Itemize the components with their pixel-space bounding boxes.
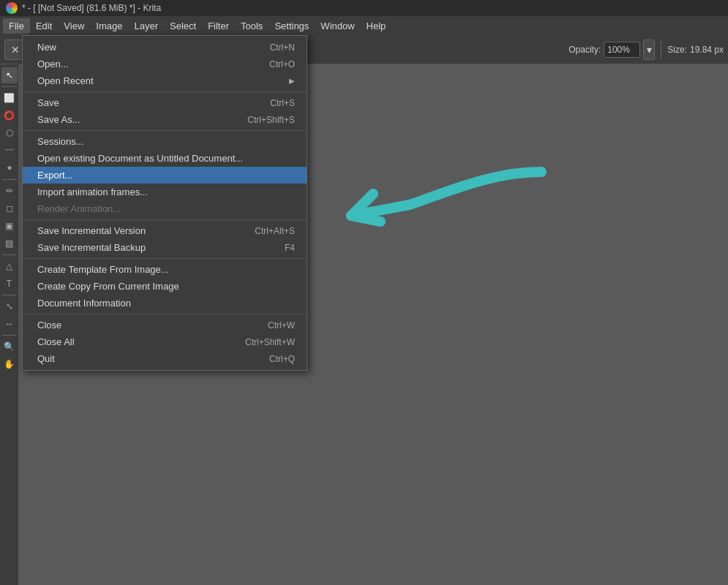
menu-item-open-shortcut: Ctrl+O — [269, 59, 295, 69]
opacity-input[interactable] — [604, 42, 640, 58]
menu-window[interactable]: Window — [315, 18, 360, 34]
menu-item-quit-shortcut: Ctrl+Q — [269, 354, 295, 364]
menu-item-create-template-label: Create Template From Image... — [37, 264, 169, 275]
app-icon — [6, 2, 18, 14]
menu-item-open[interactable]: Open... Ctrl+O — [23, 56, 307, 72]
tool-brush[interactable]: ✏ — [1, 183, 18, 199]
menu-select[interactable]: Select — [164, 18, 202, 34]
opacity-arrow[interactable]: ▾ — [643, 39, 655, 60]
menu-item-import-animation[interactable]: Import animation frames... — [23, 184, 307, 200]
menu-item-render-animation: Render Animation... — [23, 200, 307, 217]
menu-item-open-label: Open... — [37, 58, 69, 69]
file-dropdown-menu: New Ctrl+N Open... Ctrl+O Open Recent ▶ … — [22, 35, 307, 371]
menu-item-close-all-label: Close All — [37, 336, 75, 347]
menu-item-save-as[interactable]: Save As... Ctrl+Shift+S — [23, 111, 307, 128]
tool-polygon-select[interactable]: ⬡ — [1, 125, 18, 141]
menu-item-save-incremental-version-shortcut: Ctrl+Alt+S — [255, 226, 295, 236]
title-bar-text: * - [ [Not Saved] (81.6 MiB) *] - Krita — [22, 3, 161, 13]
menu-file[interactable]: File — [3, 18, 30, 34]
menu-item-save-as-label: Save As... — [37, 114, 80, 125]
menu-item-export[interactable]: Export... — [23, 167, 307, 184]
tool-ellipse-select[interactable]: ⭕ — [1, 107, 18, 124]
menu-image[interactable]: Image — [90, 18, 128, 34]
menu-item-close[interactable]: Close Ctrl+W — [23, 317, 307, 333]
tool-transform[interactable]: ⤡ — [1, 298, 18, 314]
menu-item-sessions[interactable]: Sessions... — [23, 133, 307, 150]
menu-item-document-info-label: Document Information — [37, 298, 131, 309]
menu-item-open-untitled[interactable]: Open existing Document as Untitled Docum… — [23, 150, 307, 167]
sep-3 — [23, 219, 307, 220]
opacity-label: Opacity: — [568, 45, 601, 55]
tool-measure[interactable]: ↔ — [1, 316, 18, 332]
menu-item-save-label: Save — [37, 97, 59, 108]
menu-settings[interactable]: Settings — [269, 18, 315, 34]
menu-item-save-incremental-backup-shortcut: F4 — [285, 243, 295, 253]
tool-sep-3 — [2, 254, 17, 255]
tool-sep-1 — [2, 86, 17, 87]
menu-item-save[interactable]: Save Ctrl+S — [23, 94, 307, 111]
menu-item-new[interactable]: New Ctrl+N — [23, 39, 307, 56]
tool-sep-2 — [2, 179, 17, 180]
tool-freehand-select[interactable]: 〰 — [1, 143, 18, 159]
menu-help[interactable]: Help — [361, 18, 392, 34]
menu-view[interactable]: View — [58, 18, 90, 34]
menu-item-open-untitled-label: Open existing Document as Untitled Docum… — [37, 153, 243, 164]
menu-item-quit[interactable]: Quit Ctrl+Q — [23, 350, 307, 367]
size-label: Size: — [667, 45, 687, 55]
sep-5 — [23, 314, 307, 314]
tool-sep-4 — [2, 295, 17, 295]
menu-item-open-recent[interactable]: Open Recent ▶ — [23, 72, 307, 89]
menu-item-close-label: Close — [37, 320, 61, 331]
menu-item-sessions-label: Sessions... — [37, 136, 84, 147]
menu-item-open-recent-label: Open Recent — [37, 75, 94, 86]
menu-item-save-incremental-backup-label: Save Incremental Backup — [37, 242, 146, 253]
menu-item-document-info[interactable]: Document Information — [23, 295, 307, 312]
menu-edit[interactable]: Edit — [30, 18, 58, 34]
tool-rect-select[interactable]: ⬜ — [1, 90, 18, 106]
menu-item-save-as-shortcut: Ctrl+Shift+S — [247, 115, 295, 125]
menu-item-save-shortcut: Ctrl+S — [270, 98, 295, 108]
menu-tools[interactable]: Tools — [235, 18, 269, 34]
menu-item-create-copy-label: Create Copy From Current Image — [37, 281, 179, 292]
menu-item-import-animation-label: Import animation frames... — [37, 186, 148, 197]
left-tool-panel: ↖ ⬜ ⭕ ⬡ 〰 ✦ ✏ ◻ ▣ ▨ △ T ⤡ ↔ 🔍 ✋ — [0, 64, 19, 585]
menu-filter[interactable]: Filter — [202, 18, 235, 34]
menu-item-close-all-shortcut: Ctrl+Shift+W — [245, 337, 295, 347]
open-recent-submenu-arrow: ▶ — [289, 77, 295, 85]
sep-2 — [23, 130, 307, 131]
sep-1 — [23, 91, 307, 92]
menu-item-render-animation-label: Render Animation... — [37, 203, 121, 214]
size-value: 19.84 px — [690, 45, 724, 55]
menu-item-export-label: Export... — [37, 170, 72, 181]
sep-4 — [23, 258, 307, 259]
menu-bar: File Edit View Image Layer Select Filter… — [0, 16, 728, 35]
menu-item-save-incremental-version[interactable]: Save Incremental Version Ctrl+Alt+S — [23, 222, 307, 239]
tool-contiguous-select[interactable]: ✦ — [1, 160, 18, 176]
menu-layer[interactable]: Layer — [128, 18, 164, 34]
menu-item-close-shortcut: Ctrl+W — [268, 320, 295, 331]
tool-pan[interactable]: ✋ — [1, 356, 18, 372]
menu-item-new-label: New — [37, 42, 56, 53]
menu-item-new-shortcut: Ctrl+N — [270, 42, 295, 53]
tool-zoom[interactable]: 🔍 — [1, 339, 18, 355]
menu-item-create-template[interactable]: Create Template From Image... — [23, 261, 307, 278]
tool-text[interactable]: T — [1, 276, 18, 292]
tool-eraser[interactable]: ◻ — [1, 200, 18, 216]
tool-shape[interactable]: △ — [1, 258, 18, 274]
size-control: Size: 19.84 px — [667, 45, 724, 55]
opacity-control: Opacity: ▾ — [568, 39, 655, 60]
menu-item-create-copy[interactable]: Create Copy From Current Image — [23, 278, 307, 295]
toolbar-sep-2 — [661, 41, 661, 58]
menu-item-close-all[interactable]: Close All Ctrl+Shift+W — [23, 333, 307, 350]
tool-fill[interactable]: ▣ — [1, 218, 18, 234]
tool-cursor[interactable]: ↖ — [1, 67, 18, 83]
tool-gradient[interactable]: ▨ — [1, 235, 18, 252]
menu-item-save-incremental-version-label: Save Incremental Version — [37, 225, 146, 236]
menu-item-save-incremental-backup[interactable]: Save Incremental Backup F4 — [23, 239, 307, 256]
tool-sep-5 — [2, 335, 17, 336]
menu-item-quit-label: Quit — [37, 353, 55, 364]
title-bar: * - [ [Not Saved] (81.6 MiB) *] - Krita — [0, 0, 728, 16]
